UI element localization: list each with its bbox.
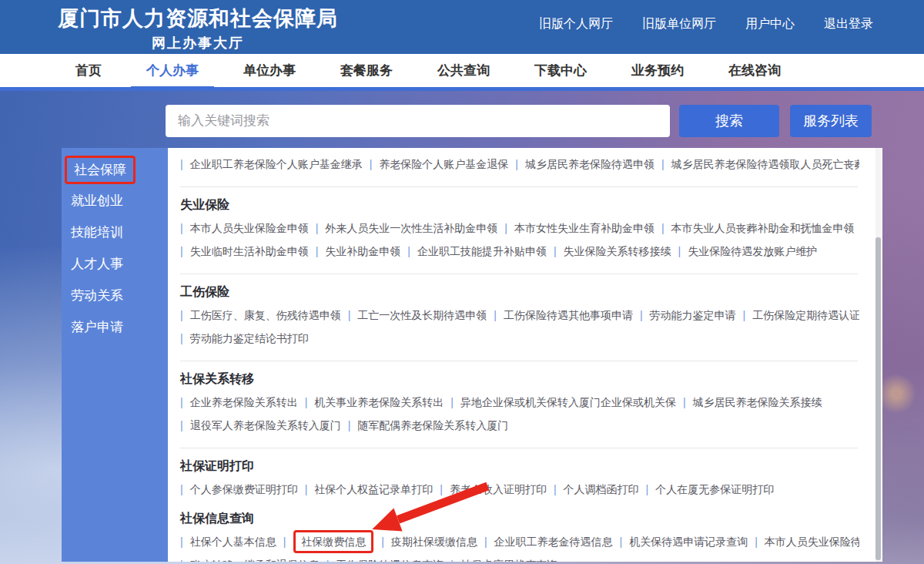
hero-background: 搜索 服务列表 社会保障就业创业技能培训人才人事劳动关系落户申请 |企业职工正常… <box>0 91 924 564</box>
separator: | <box>316 222 319 234</box>
service-link[interactable]: 本市人员失业保险待遇信息 <box>765 535 859 548</box>
service-link-row: |个人参保缴费证明打印|社保个人权益记录单打印|养老金收入证明打印|个人调档函打… <box>179 478 859 501</box>
service-link[interactable]: 个人参保缴费证明打印 <box>190 483 298 495</box>
service-link[interactable]: 疫期社保缓缴信息 <box>391 535 477 548</box>
separator: | <box>305 483 308 495</box>
search-input[interactable] <box>166 105 670 137</box>
header-link[interactable]: 旧版个人网厅 <box>539 16 613 32</box>
separator: | <box>494 309 497 321</box>
nav-tab[interactable]: 在线咨询 <box>728 54 781 87</box>
separator: | <box>407 245 410 257</box>
service-link[interactable]: 个人在厦无参保证明打印 <box>655 483 774 495</box>
nav-tab[interactable]: 单位办事 <box>243 54 296 87</box>
service-link-row: |账户转移、继承和退保信息|工伤保险待遇信息查询|社保卡应用状态查询 <box>179 553 859 562</box>
section-title: 工伤保险 <box>180 284 859 300</box>
service-list-button[interactable]: 服务列表 <box>790 105 872 137</box>
search-button[interactable]: 搜索 <box>679 105 779 137</box>
service-link[interactable]: 账户转移、继承和退保信息 <box>190 559 320 562</box>
service-link[interactable]: 企业职工技能提升补贴申领 <box>417 245 547 257</box>
service-section: 失业保险|本市人员失业保险金申领|外来人员失业一次性生活补助金申领|本市女性失业… <box>179 197 859 274</box>
site-header: 厦门市人力资源和社会保障局 网上办事大厅 旧版个人网厅旧版单位网厅用户中心退出登… <box>0 0 924 54</box>
nav-tab[interactable]: 业务预约 <box>631 54 684 87</box>
service-link[interactable]: 工伤保险待遇其他事项申请 <box>504 309 633 321</box>
nav-tab[interactable]: 下载中心 <box>534 54 587 87</box>
separator: | <box>450 396 454 408</box>
scrollbar-thumb[interactable] <box>875 237 881 560</box>
service-link[interactable]: 城乡居民养老保险待遇申领 <box>525 158 654 170</box>
separator: | <box>180 309 183 321</box>
sidebar-item[interactable]: 落户申请 <box>62 312 168 342</box>
header-link[interactable]: 用户中心 <box>745 16 795 32</box>
separator: | <box>640 309 643 321</box>
separator: | <box>180 483 183 495</box>
service-link[interactable]: 企业职工养老金待遇信息 <box>494 535 613 548</box>
service-link[interactable]: 社保个人基本信息 <box>190 535 276 548</box>
separator: | <box>305 396 308 408</box>
service-link-row: |失业临时生活补助金申领|失业补助金申领|企业职工技能提升补贴申领|失业保险关系… <box>179 240 859 263</box>
service-section: 社保证明打印|个人参保缴费证明打印|社保个人权益记录单打印|养老金收入证明打印|… <box>179 458 859 501</box>
service-link-row: |退役军人养老保险关系转入厦门|随军配偶养老保险关系转入厦门 <box>179 414 859 437</box>
service-link[interactable]: 城乡居民养老保险关系接续 <box>693 396 822 408</box>
service-link[interactable]: 本市人员失业保险金申领 <box>190 222 309 234</box>
service-link[interactable]: 本市女性失业生育补助金申领 <box>514 222 654 234</box>
service-link[interactable]: 机关事业养老保险关系转出 <box>314 396 444 408</box>
service-link[interactable]: 劳动能力鉴定结论书打印 <box>190 332 309 344</box>
separator: | <box>755 535 758 548</box>
section-divider <box>180 361 858 361</box>
service-link[interactable]: 城乡居民养老保险待遇领取人员死亡丧葬费申领 <box>671 158 859 170</box>
separator: | <box>180 559 183 562</box>
service-link[interactable]: 失业补助金申领 <box>325 245 400 257</box>
service-link[interactable]: 失业保险待遇发放账户维护 <box>688 245 817 257</box>
service-link[interactable]: 个人调档函打印 <box>564 483 639 495</box>
service-link[interactable]: 异地企业保或机关保转入厦门企业保或机关保 <box>460 396 676 408</box>
sidebar-item[interactable]: 人才人事 <box>62 249 168 279</box>
service-link[interactable]: 社保个人权益记录单打印 <box>314 483 433 495</box>
nav-tab[interactable]: 公共查询 <box>437 54 490 87</box>
service-link[interactable]: 工亡一次性及长期待遇申领 <box>357 309 487 321</box>
sidebar-item[interactable]: 技能培训 <box>62 217 168 247</box>
service-link[interactable]: 企业养老保险关系转出 <box>190 396 298 408</box>
service-link[interactable]: 机关保待遇申请记录查询 <box>629 535 748 548</box>
header-link[interactable]: 退出登录 <box>824 16 873 32</box>
service-link-row: |企业养老保险关系转出|机关事业养老保险关系转出|异地企业保或机关保转入厦门企业… <box>179 391 859 414</box>
service-link[interactable]: 外来人员失业一次性生活补助金申领 <box>325 222 497 234</box>
service-link[interactable]: 养老保险个人账户基金退保 <box>379 158 508 170</box>
service-link[interactable]: 工伤保险待遇信息查询 <box>336 559 444 562</box>
service-link-row: |工伤医疗、康复、伤残待遇申领|工亡一次性及长期待遇申领|工伤保险待遇其他事项申… <box>179 304 859 327</box>
service-link[interactable]: 社保缴费信息 <box>293 530 373 553</box>
service-link[interactable]: 随军配偶养老保险关系转入厦门 <box>357 419 508 431</box>
section-divider <box>180 274 858 274</box>
service-sections: |企业职工正常退休（提前退休）申领|企业职工特殊工种企业退休（退职）人员死亡丧葬… <box>179 148 859 562</box>
service-link[interactable]: 社保卡应用状态查询 <box>460 559 557 562</box>
service-link[interactable]: 失业临时生活补助金申领 <box>190 245 309 257</box>
service-link[interactable]: 工伤医疗、康复、伤残待遇申领 <box>190 309 341 321</box>
sidebar-item[interactable]: 社会保障 <box>65 156 136 184</box>
service-link[interactable]: 退役军人养老保险关系转入厦门 <box>190 419 341 431</box>
nav-tab[interactable]: 个人办事 <box>146 54 199 87</box>
service-link[interactable]: 失业保险关系转移接续 <box>564 245 671 257</box>
scrollbar[interactable] <box>875 148 881 562</box>
sidebar-item[interactable]: 劳动关系 <box>62 280 168 311</box>
separator: | <box>316 245 319 257</box>
header-link[interactable]: 旧版单位网厅 <box>642 16 716 32</box>
separator: | <box>743 309 746 321</box>
section-title: 失业保险 <box>180 197 859 213</box>
separator: | <box>620 535 623 548</box>
separator: | <box>180 222 183 234</box>
section-title: 社保关系转移 <box>180 371 859 388</box>
sidebar-item[interactable]: 就业创业 <box>62 186 168 216</box>
service-panel: |企业职工正常退休（提前退休）申领|企业职工特殊工种企业退休（退职）人员死亡丧葬… <box>168 148 882 562</box>
service-link-row: |社保个人基本信息|社保缴费信息|疫期社保缓缴信息|企业职工养老金待遇信息|机关… <box>179 530 859 553</box>
service-link[interactable]: 工伤保险定期待遇认证 <box>752 309 859 321</box>
separator: | <box>326 559 330 562</box>
header-links: 旧版个人网厅旧版单位网厅用户中心退出登录 <box>539 16 873 32</box>
nav-tab[interactable]: 套餐服务 <box>340 54 393 87</box>
service-link[interactable]: 劳动能力鉴定申请 <box>650 309 736 321</box>
service-link[interactable]: 企业职工养老保险个人账户基金继承 <box>190 158 363 170</box>
separator: | <box>180 158 183 170</box>
separator: | <box>348 309 351 321</box>
service-link[interactable]: 养老金收入证明打印 <box>450 483 547 495</box>
page: 厦门市人力资源和社会保障局 网上办事大厅 旧版个人网厅旧版单位网厅用户中心退出登… <box>0 0 924 564</box>
service-link[interactable]: 本市失业人员丧葬补助金和抚恤金申领 <box>671 222 855 234</box>
nav-tab[interactable]: 首页 <box>75 54 102 87</box>
